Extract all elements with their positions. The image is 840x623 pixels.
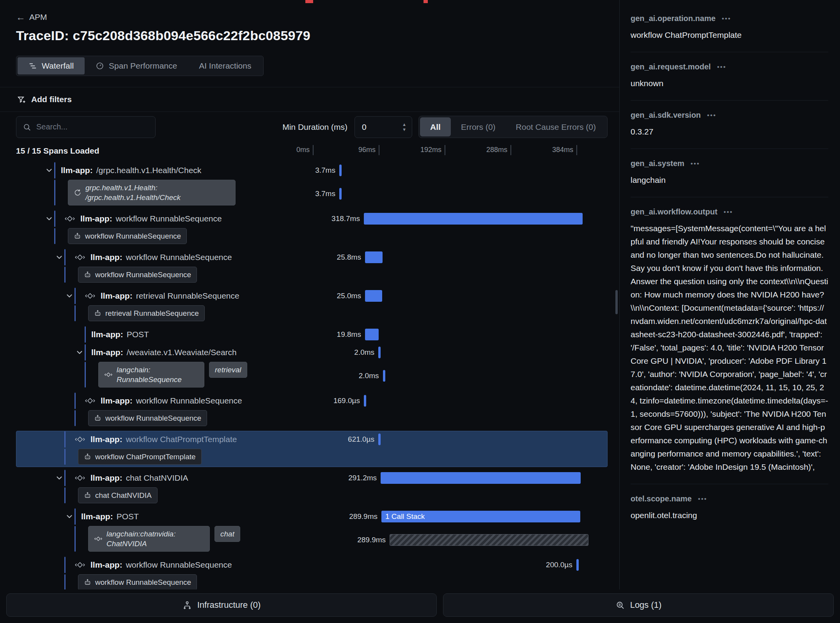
logs-button[interactable]: Logs (1) bbox=[443, 593, 834, 617]
tree-guide-line bbox=[74, 526, 76, 552]
error-filter-group: AllErrors (0)Root Cause Errors (0) bbox=[418, 116, 608, 138]
operation-name: workflow RunnableSequence bbox=[126, 253, 232, 262]
span-duration-bar[interactable] bbox=[378, 347, 381, 358]
tab-waterfall[interactable]: Waterfall bbox=[18, 57, 85, 74]
operation-name: workflow RunnableSequence bbox=[136, 396, 242, 405]
tab-ai-interactions[interactable]: AI Interactions bbox=[188, 57, 262, 74]
expand-chevron-icon[interactable] bbox=[44, 166, 54, 175]
span-row-workflow-runnablesequence[interactable]: llm-app:workflow RunnableSequence169.0µs… bbox=[0, 393, 619, 430]
span-tag-label: chat ChatNVIDIA bbox=[95, 490, 152, 500]
span-duration-bar[interactable] bbox=[378, 434, 381, 445]
filter-root-cause-errors-0[interactable]: Root Cause Errors (0) bbox=[506, 117, 606, 136]
span-tag-chip: chat bbox=[214, 526, 240, 542]
span-duration-label: 289.9ms bbox=[357, 536, 386, 544]
tab-label: Waterfall bbox=[42, 61, 74, 71]
operation-name: /weaviate.v1.Weaviate/Search bbox=[127, 348, 237, 357]
timeline-tick-mark bbox=[576, 145, 577, 155]
tree-guide-line bbox=[54, 228, 55, 244]
span-tag-label: workflow RunnableSequence bbox=[95, 577, 191, 587]
operation-name: POST bbox=[127, 330, 149, 339]
span-duration-bar[interactable] bbox=[339, 165, 342, 176]
expand-chevron-icon[interactable] bbox=[54, 474, 64, 482]
span-duration-bar[interactable] bbox=[390, 534, 588, 546]
span-row-retrieval-runnablesequence[interactable]: llm-app:retrieval RunnableSequence25.0ms… bbox=[0, 288, 619, 325]
trace-waterfall-panel: ← APM TraceID: c75c208d368b094e566c22f2b… bbox=[0, 0, 619, 589]
span-name: llm-app:chat ChatNVIDIA bbox=[90, 473, 188, 483]
span-duration-bar[interactable] bbox=[383, 370, 385, 382]
span-duration-bar[interactable] bbox=[365, 329, 379, 340]
expand-chevron-icon[interactable] bbox=[44, 214, 54, 223]
tree-guide-line bbox=[54, 180, 55, 205]
service-name: llm-app: bbox=[90, 253, 122, 262]
tree-guide-line bbox=[64, 574, 66, 589]
span-row-grpc-health-v1-health-check[interactable]: llm-app:/grpc.health.v1.Health/Check3.7m… bbox=[0, 162, 619, 209]
operation-name: workflow ChatPromptTemplate bbox=[126, 435, 237, 444]
attribute-menu-button[interactable]: ••• bbox=[717, 63, 727, 71]
tab-span-performance[interactable]: Span Performance bbox=[85, 57, 188, 74]
span-row-workflow-runnablesequence[interactable]: llm-app:workflow RunnableSequence200.0µs… bbox=[0, 557, 619, 589]
span-tags: workflow RunnableSequence bbox=[78, 267, 197, 283]
span-tags: workflow RunnableSequence bbox=[68, 228, 187, 244]
span-duration-bar[interactable] bbox=[576, 559, 579, 571]
add-filters-button[interactable]: Add filters bbox=[0, 87, 619, 112]
attribute-key: gen_ai.system bbox=[631, 159, 684, 168]
diamond-icon bbox=[94, 535, 103, 543]
span-duration-bar[interactable] bbox=[364, 213, 583, 225]
waterfall-icon bbox=[28, 62, 37, 70]
service-name: llm-app: bbox=[90, 435, 122, 444]
span-row-chat-chatnvidia[interactable]: llm-app:chat ChatNVIDIA291.2mschat ChatN… bbox=[0, 470, 619, 507]
span-duration-bar[interactable] bbox=[365, 290, 382, 302]
attribute-menu-button[interactable]: ••• bbox=[722, 15, 731, 23]
span-kind-icon bbox=[74, 473, 86, 483]
attribute-menu-button[interactable]: ••• bbox=[707, 112, 716, 119]
back-to-apm-link[interactable]: ← APM bbox=[16, 12, 47, 22]
panel-resize-handle[interactable] bbox=[615, 290, 618, 314]
apm-trace-page: ← APM TraceID: c75c208d368b094e566c22f2b… bbox=[0, 0, 840, 623]
span-tag-label: retrieval bbox=[215, 365, 241, 375]
stepper-down-icon[interactable]: ▼ bbox=[402, 127, 406, 131]
attribute-menu-button[interactable]: ••• bbox=[691, 160, 700, 168]
span-name: llm-app:POST bbox=[81, 512, 139, 521]
span-row-workflow-runnablesequence[interactable]: llm-app:workflow RunnableSequence318.7ms… bbox=[0, 211, 619, 248]
expand-chevron-icon[interactable] bbox=[74, 348, 85, 357]
span-duration-bar[interactable]: 1 Call Stack bbox=[381, 511, 580, 522]
funnel-plus-icon bbox=[17, 95, 26, 104]
span-tag-label: langchain: RunnableSequence bbox=[117, 365, 198, 384]
search-input[interactable] bbox=[36, 122, 149, 131]
infrastructure-button[interactable]: Infrastructure (0) bbox=[6, 593, 437, 617]
span-tag-label: workflow RunnableSequence bbox=[105, 413, 201, 423]
span-row-workflow-chatprompttemplate[interactable]: llm-app:workflow ChatPromptTemplate621.0… bbox=[0, 431, 619, 468]
filter-all[interactable]: All bbox=[420, 117, 451, 136]
span-name: llm-app:workflow ChatPromptTemplate bbox=[90, 435, 237, 444]
min-duration-input[interactable] bbox=[362, 122, 386, 132]
span-duration-bar[interactable] bbox=[339, 188, 342, 200]
span-name: llm-app:POST bbox=[91, 330, 149, 339]
span-duration-bar[interactable] bbox=[364, 395, 366, 407]
span-row-weaviate-v1-weaviate-search[interactable]: llm-app:/weaviate.v1.Weaviate/Search2.0m… bbox=[0, 344, 619, 391]
tree-guide-line bbox=[74, 288, 76, 304]
span-row-post[interactable]: llm-app:POST19.8ms bbox=[0, 326, 619, 343]
span-kind-icon bbox=[64, 213, 76, 224]
span-row-workflow-runnablesequence[interactable]: llm-app:workflow RunnableSequence25.8msw… bbox=[0, 249, 619, 286]
service-name: llm-app: bbox=[80, 214, 112, 223]
stepper-up-icon[interactable]: ▲ bbox=[402, 122, 406, 126]
tab-label: AI Interactions bbox=[199, 61, 251, 71]
service-name: llm-app: bbox=[90, 473, 122, 482]
span-duration-label: 25.8ms bbox=[337, 253, 361, 262]
attribute-menu-button[interactable]: ••• bbox=[698, 495, 707, 503]
infrastructure-label: Infrastructure (0) bbox=[197, 600, 261, 610]
attribute-menu-button[interactable]: ••• bbox=[724, 208, 733, 216]
search-box[interactable] bbox=[16, 116, 156, 138]
filter-errors-0[interactable]: Errors (0) bbox=[451, 117, 506, 136]
span-duration-bar[interactable] bbox=[381, 472, 581, 484]
expand-chevron-icon[interactable] bbox=[64, 512, 74, 521]
span-row-post[interactable]: llm-app:POST289.9ms1 Call Stacklangchain… bbox=[0, 508, 619, 555]
expand-chevron-icon[interactable] bbox=[64, 292, 74, 300]
waterfall-rows: llm-app:/grpc.health.v1.Health/Check3.7m… bbox=[0, 162, 619, 589]
attribute-value: unknown bbox=[631, 77, 828, 90]
span-tags: grpc.health.v1.Health: /grpc.health.v1.H… bbox=[68, 180, 236, 205]
span-duration-bar[interactable] bbox=[365, 251, 383, 263]
footer-bar: Infrastructure (0) Logs (1) bbox=[0, 589, 840, 623]
span-duration-label: 289.9ms bbox=[349, 512, 377, 521]
expand-chevron-icon[interactable] bbox=[54, 253, 64, 262]
